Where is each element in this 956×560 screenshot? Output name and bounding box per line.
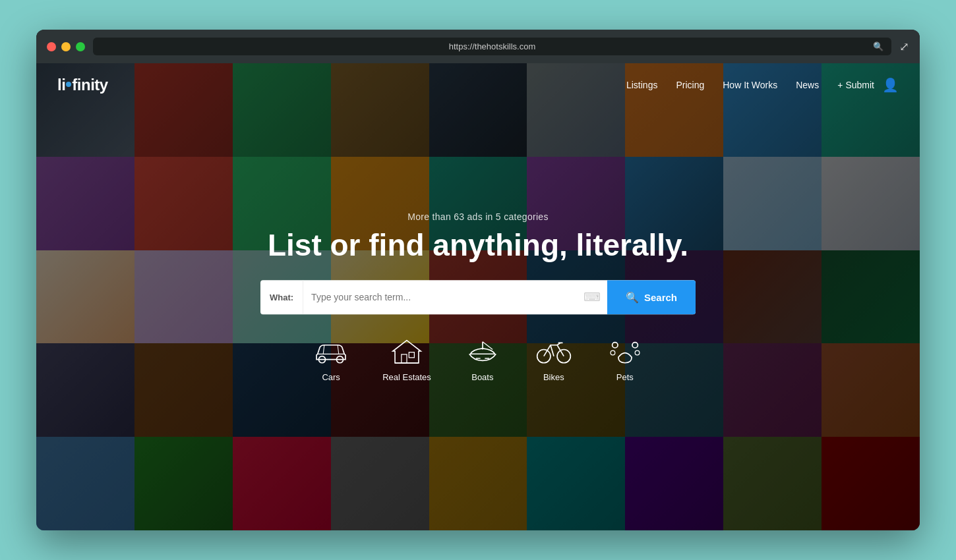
mosaic-cell <box>134 157 233 250</box>
mosaic-cell <box>429 437 527 530</box>
mosaic-cell <box>331 437 429 530</box>
real-estates-label: Real Estates <box>382 372 431 382</box>
svg-point-16 <box>611 350 615 355</box>
search-what-label: What: <box>260 280 303 314</box>
pets-label: Pets <box>616 372 634 382</box>
submit-label: Submit <box>845 80 874 90</box>
category-boats[interactable]: Boats <box>463 334 502 382</box>
nav-link-how-it-works[interactable]: How It Works <box>723 80 777 90</box>
hero-title: List or find anything, literally. <box>260 229 696 262</box>
mosaic-cell <box>233 437 331 530</box>
browser-expand-button[interactable]: ⤢ <box>899 40 909 54</box>
svg-rect-4 <box>402 354 407 363</box>
mosaic-cell <box>36 157 134 250</box>
hero-subtitle: More than 63 ads in 5 categories <box>260 211 696 222</box>
mosaic-cell <box>822 250 920 344</box>
svg-point-17 <box>635 350 640 355</box>
maximize-button[interactable] <box>76 42 85 51</box>
mosaic-cell <box>822 157 920 250</box>
category-real-estates[interactable]: Real Estates <box>382 334 431 382</box>
keyboard-icon: ⌨ <box>577 280 607 314</box>
mosaic-cell <box>36 250 134 344</box>
user-account-icon[interactable]: 👤 <box>882 77 899 93</box>
navbar: lifinity Listings Pricing How It Works N… <box>36 63 920 106</box>
site-logo[interactable]: lifinity <box>57 76 108 94</box>
nav-item-news[interactable]: News <box>796 79 819 91</box>
pets-icon <box>605 334 645 367</box>
close-button[interactable] <box>47 42 56 51</box>
mosaic-cell <box>36 343 134 437</box>
mosaic-cell <box>134 437 233 530</box>
cars-icon <box>311 334 351 367</box>
mosaic-cell <box>723 343 822 437</box>
mosaic-cell <box>527 437 625 530</box>
nav-item-listings[interactable]: Listings <box>626 79 657 91</box>
hero-section: More than 63 ads in 5 categories List or… <box>260 211 696 383</box>
real-estates-icon <box>387 334 427 367</box>
boats-icon <box>463 334 502 367</box>
nav-links: Listings Pricing How It Works News + Sub… <box>626 79 874 91</box>
submit-button[interactable]: + Submit <box>837 80 874 90</box>
search-button[interactable]: 🔍 Search <box>607 280 696 314</box>
svg-point-14 <box>612 343 617 348</box>
nav-item-submit[interactable]: + Submit <box>837 80 874 90</box>
cars-label: Cars <box>322 372 340 382</box>
mosaic-cell <box>822 343 920 437</box>
expand-icon: ⤢ <box>899 40 909 54</box>
mosaic-cell <box>36 437 134 530</box>
category-pets[interactable]: Pets <box>605 334 645 382</box>
logo-dot-icon <box>66 82 71 87</box>
search-button-label: Search <box>644 292 677 303</box>
search-input[interactable] <box>303 280 577 314</box>
search-bar: What: ⌨ 🔍 Search <box>260 280 696 314</box>
website-content: lifinity Listings Pricing How It Works N… <box>36 63 920 530</box>
mosaic-cell <box>625 437 723 530</box>
nav-item-pricing[interactable]: Pricing <box>676 79 704 91</box>
nav-item-how-it-works[interactable]: How It Works <box>723 79 777 91</box>
nav-link-pricing[interactable]: Pricing <box>676 80 704 90</box>
mosaic-cell <box>822 437 920 530</box>
mosaic-cell <box>134 343 233 437</box>
mosaic-cell <box>723 437 822 530</box>
browser-search-icon: 🔍 <box>873 42 883 51</box>
browser-window: https://thehotskills.com 🔍 ⤢ <box>36 30 920 530</box>
url-text: https://thehotskills.com <box>449 42 536 51</box>
mosaic-cell <box>723 157 822 250</box>
svg-rect-5 <box>409 352 414 358</box>
svg-point-15 <box>632 343 638 348</box>
nav-link-news[interactable]: News <box>796 80 819 90</box>
traffic-lights <box>47 42 85 51</box>
boats-label: Boats <box>471 372 493 382</box>
plus-icon: + <box>837 80 843 90</box>
category-list: Cars Real Estates <box>260 334 696 382</box>
browser-chrome: https://thehotskills.com 🔍 ⤢ <box>36 30 920 63</box>
category-cars[interactable]: Cars <box>311 334 351 382</box>
mosaic-cell <box>723 250 822 344</box>
bikes-icon <box>534 334 574 367</box>
nav-link-listings[interactable]: Listings <box>626 80 657 90</box>
category-bikes[interactable]: Bikes <box>534 334 574 382</box>
search-icon: 🔍 <box>626 291 639 304</box>
minimize-button[interactable] <box>61 42 71 51</box>
bikes-label: Bikes <box>543 372 564 382</box>
mosaic-cell <box>134 250 233 344</box>
address-bar[interactable]: https://thehotskills.com 🔍 <box>93 38 891 55</box>
